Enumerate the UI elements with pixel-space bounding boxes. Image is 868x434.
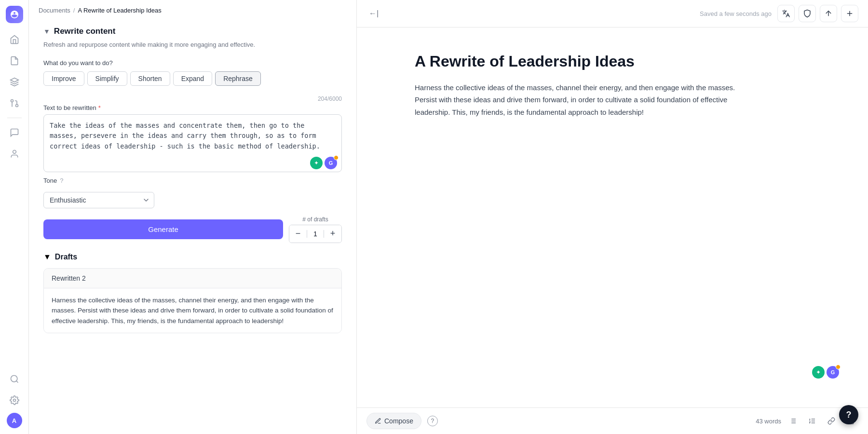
- add-button[interactable]: [841, 5, 858, 22]
- document-area[interactable]: A Rewrite of Leadership Ideas Harness th…: [357, 27, 868, 407]
- sidebar-item-home[interactable]: [6, 31, 23, 48]
- user-avatar[interactable]: A: [7, 413, 22, 428]
- help-fab[interactable]: ?: [839, 405, 858, 424]
- upload-button[interactable]: [820, 5, 837, 22]
- svg-point-5: [11, 376, 17, 382]
- draft-card-body: Harness the collective ideas of the mass…: [44, 288, 341, 333]
- doc-ai-icons: ✦ G: [812, 366, 839, 379]
- tab-expand[interactable]: Expand: [173, 71, 212, 86]
- drafts-title: Drafts: [55, 253, 77, 261]
- svg-line-6: [16, 381, 18, 383]
- counter-plus[interactable]: +: [324, 225, 341, 243]
- left-panel: Documents / A Rewrite of Leadership Idea…: [29, 0, 357, 434]
- link-btn[interactable]: [824, 413, 839, 429]
- compose-button[interactable]: Compose: [366, 413, 421, 429]
- sidebar-bottom: A: [6, 370, 23, 428]
- textarea-icons: ✦ G: [310, 157, 337, 169]
- drafts-chevron: ▼: [43, 253, 51, 261]
- tab-simplify[interactable]: Simplify: [87, 71, 127, 86]
- counter: − 1 +: [289, 225, 342, 243]
- sidebar-item-layers[interactable]: [6, 73, 23, 91]
- compose-help-icon[interactable]: ?: [427, 416, 438, 426]
- section-title: Rewrite content: [54, 27, 116, 36]
- ai-badge: [334, 155, 339, 160]
- breadcrumb-parent[interactable]: Documents: [39, 7, 70, 14]
- what-label: What do you want to do?: [43, 59, 342, 67]
- svg-marker-0: [10, 78, 18, 82]
- section-chevron: ▼: [43, 27, 50, 35]
- drafts-count-control: # of drafts − 1 +: [289, 216, 342, 243]
- top-bar: ←| Saved a few seconds ago: [357, 0, 868, 27]
- word-count: 43 words: [756, 418, 781, 425]
- tone-row: Tone ?: [43, 177, 342, 184]
- counter-value: 1: [307, 230, 324, 238]
- document-body: Harness the collective ideas of the mass…: [415, 81, 752, 119]
- right-panel: ←| Saved a few seconds ago A Rewrite of …: [357, 0, 868, 434]
- sidebar-item-documents[interactable]: [6, 52, 23, 69]
- sidebar-item-user[interactable]: [6, 145, 23, 163]
- tone-select[interactable]: Enthusiastic Formal Casual Professional: [43, 192, 154, 208]
- draft-card: Rewritten 2 Harness the collective ideas…: [43, 268, 342, 334]
- draft-card-header: Rewritten 2: [44, 269, 341, 288]
- breadcrumb: Documents / A Rewrite of Leadership Idea…: [29, 0, 356, 19]
- sidebar: A: [0, 0, 29, 434]
- generate-row: Generate # of drafts − 1 +: [43, 216, 342, 243]
- sidebar-item-settings[interactable]: [6, 392, 23, 409]
- section-header: ▼ Rewrite content: [43, 27, 342, 36]
- list-icon-btn[interactable]: [785, 413, 800, 429]
- drafts-section-header: ▼ Drafts: [43, 253, 342, 261]
- compose-label: Compose: [384, 417, 413, 425]
- top-bar-actions: [777, 5, 858, 22]
- char-count: 204/6000: [43, 95, 342, 102]
- text-to-rewrite[interactable]: [43, 114, 342, 172]
- generate-button[interactable]: Generate: [43, 219, 283, 239]
- tab-shorten[interactable]: Shorten: [130, 71, 170, 86]
- breadcrumb-separator: /: [73, 7, 75, 14]
- svg-point-2: [11, 100, 13, 102]
- action-tabs: Improve Simplify Shorten Expand Rephrase: [43, 71, 342, 86]
- panel-content: ▼ Rewrite content Refresh and repurpose …: [29, 19, 356, 348]
- counter-minus[interactable]: −: [289, 225, 307, 243]
- ai-icon-green[interactable]: ✦: [310, 157, 323, 169]
- bottom-bar: Compose ? 43 words: [357, 407, 868, 434]
- document-title: A Rewrite of Leadership Ideas: [415, 52, 810, 72]
- tab-improve[interactable]: Improve: [43, 71, 84, 86]
- sidebar-item-chat[interactable]: [6, 124, 23, 141]
- drafts-num-label: # of drafts: [302, 216, 328, 223]
- text-area-wrapper: Text to be rewritten * ✦ G: [43, 104, 342, 174]
- tab-rephrase[interactable]: Rephrase: [215, 71, 261, 86]
- sidebar-item-discover[interactable]: [6, 370, 23, 388]
- shield-button[interactable]: [799, 5, 816, 22]
- doc-ai-badge: [836, 365, 841, 369]
- app-logo[interactable]: [6, 6, 23, 23]
- ai-icon-grammarly[interactable]: G: [325, 157, 337, 169]
- required-marker: *: [98, 104, 101, 111]
- svg-point-7: [13, 399, 15, 402]
- doc-ai-grammarly[interactable]: G: [827, 366, 839, 379]
- sidebar-divider: [7, 118, 22, 118]
- doc-ai-green[interactable]: ✦: [812, 366, 825, 379]
- breadcrumb-current: A Rewrite of Leadership Ideas: [78, 7, 161, 14]
- svg-point-4: [13, 150, 16, 154]
- section-description: Refresh and repurpose content while maki…: [43, 40, 342, 50]
- translate-button[interactable]: [777, 5, 795, 22]
- sidebar-item-branches[interactable]: [6, 95, 23, 112]
- tone-label: Tone: [43, 177, 57, 184]
- text-label: Text to be rewritten: [43, 104, 96, 111]
- ordered-list-btn[interactable]: [804, 413, 820, 429]
- collapse-button[interactable]: ←|: [366, 6, 381, 21]
- saved-status: Saved a few seconds ago: [700, 10, 772, 17]
- tone-help-icon[interactable]: ?: [60, 177, 63, 184]
- svg-point-1: [15, 105, 18, 107]
